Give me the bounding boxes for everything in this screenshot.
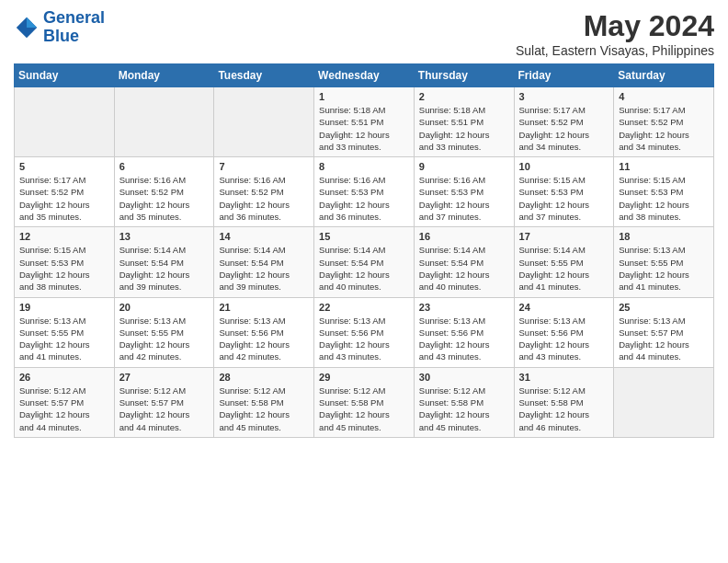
calendar-cell (15, 87, 115, 157)
calendar-cell (114, 87, 214, 157)
day-header-saturday: Saturday (614, 64, 714, 87)
day-header-monday: Monday (114, 64, 214, 87)
title-block: May 2024 Sulat, Eastern Visayas, Philipp… (516, 9, 714, 58)
calendar-cell: 3Sunrise: 5:17 AM Sunset: 5:52 PM Daylig… (514, 87, 614, 157)
day-number: 9 (419, 161, 509, 172)
calendar-cell: 18Sunrise: 5:13 AM Sunset: 5:55 PM Dayli… (614, 227, 714, 297)
cell-content: Sunrise: 5:13 AM Sunset: 5:55 PM Dayligh… (619, 244, 709, 293)
cell-content: Sunrise: 5:13 AM Sunset: 5:55 PM Dayligh… (19, 315, 109, 363)
calendar-cell: 23Sunrise: 5:13 AM Sunset: 5:56 PM Dayli… (414, 297, 514, 367)
calendar-week-row: 12Sunrise: 5:15 AM Sunset: 5:53 PM Dayli… (15, 227, 714, 297)
cell-content: Sunrise: 5:14 AM Sunset: 5:54 PM Dayligh… (119, 244, 210, 293)
day-number: 3 (519, 91, 609, 102)
calendar-cell: 16Sunrise: 5:14 AM Sunset: 5:54 PM Dayli… (414, 227, 514, 297)
cell-content: Sunrise: 5:13 AM Sunset: 5:56 PM Dayligh… (319, 315, 409, 363)
day-number: 8 (319, 161, 409, 172)
day-number: 1 (319, 91, 409, 102)
calendar-cell: 12Sunrise: 5:15 AM Sunset: 5:53 PM Dayli… (15, 227, 115, 297)
calendar-cell: 21Sunrise: 5:13 AM Sunset: 5:56 PM Dayli… (214, 297, 314, 367)
svg-marker-1 (27, 17, 37, 28)
calendar-cell: 30Sunrise: 5:12 AM Sunset: 5:58 PM Dayli… (414, 367, 514, 437)
calendar-cell: 11Sunrise: 5:15 AM Sunset: 5:53 PM Dayli… (614, 157, 714, 227)
day-number: 25 (619, 302, 709, 313)
cell-content: Sunrise: 5:18 AM Sunset: 5:51 PM Dayligh… (319, 104, 409, 153)
day-number: 6 (119, 161, 210, 172)
day-number: 21 (219, 302, 309, 313)
cell-content: Sunrise: 5:16 AM Sunset: 5:52 PM Dayligh… (119, 174, 210, 223)
cell-content: Sunrise: 5:13 AM Sunset: 5:56 PM Dayligh… (419, 315, 509, 363)
cell-content: Sunrise: 5:18 AM Sunset: 5:51 PM Dayligh… (419, 104, 509, 153)
calendar-cell: 20Sunrise: 5:13 AM Sunset: 5:55 PM Dayli… (114, 297, 214, 367)
cell-content: Sunrise: 5:12 AM Sunset: 5:57 PM Dayligh… (119, 385, 210, 433)
calendar-cell: 13Sunrise: 5:14 AM Sunset: 5:54 PM Dayli… (114, 227, 214, 297)
cell-content: Sunrise: 5:13 AM Sunset: 5:56 PM Dayligh… (219, 315, 309, 363)
cell-content: Sunrise: 5:12 AM Sunset: 5:57 PM Dayligh… (19, 385, 109, 433)
logo: General Blue (14, 9, 105, 46)
calendar-cell: 5Sunrise: 5:17 AM Sunset: 5:52 PM Daylig… (15, 157, 115, 227)
cell-content: Sunrise: 5:17 AM Sunset: 5:52 PM Dayligh… (519, 104, 609, 153)
day-number: 20 (119, 302, 210, 313)
day-header-friday: Friday (514, 64, 614, 87)
calendar-week-row: 5Sunrise: 5:17 AM Sunset: 5:52 PM Daylig… (15, 157, 714, 227)
day-number: 22 (319, 302, 409, 313)
day-number: 16 (419, 231, 509, 242)
day-number: 26 (19, 372, 109, 383)
page-header: General Blue May 2024 Sulat, Eastern Vis… (14, 9, 714, 58)
cell-content: Sunrise: 5:12 AM Sunset: 5:58 PM Dayligh… (419, 385, 509, 433)
day-header-tuesday: Tuesday (214, 64, 314, 87)
calendar-cell: 25Sunrise: 5:13 AM Sunset: 5:57 PM Dayli… (614, 297, 714, 367)
cell-content: Sunrise: 5:16 AM Sunset: 5:53 PM Dayligh… (419, 174, 509, 223)
cell-content: Sunrise: 5:15 AM Sunset: 5:53 PM Dayligh… (519, 174, 609, 223)
calendar-week-row: 1Sunrise: 5:18 AM Sunset: 5:51 PM Daylig… (15, 87, 714, 157)
day-number: 28 (219, 372, 309, 383)
calendar-cell: 14Sunrise: 5:14 AM Sunset: 5:54 PM Dayli… (214, 227, 314, 297)
calendar-cell: 15Sunrise: 5:14 AM Sunset: 5:54 PM Dayli… (314, 227, 415, 297)
calendar-cell: 8Sunrise: 5:16 AM Sunset: 5:53 PM Daylig… (314, 157, 415, 227)
calendar-cell: 9Sunrise: 5:16 AM Sunset: 5:53 PM Daylig… (414, 157, 514, 227)
cell-content: Sunrise: 5:16 AM Sunset: 5:53 PM Dayligh… (319, 174, 409, 223)
logo-text: General Blue (43, 9, 105, 46)
calendar-cell: 28Sunrise: 5:12 AM Sunset: 5:58 PM Dayli… (214, 367, 314, 437)
calendar-subtitle: Sulat, Eastern Visayas, Philippines (516, 43, 714, 58)
calendar-cell: 31Sunrise: 5:12 AM Sunset: 5:58 PM Dayli… (514, 367, 614, 437)
calendar-cell: 6Sunrise: 5:16 AM Sunset: 5:52 PM Daylig… (114, 157, 214, 227)
calendar-week-row: 26Sunrise: 5:12 AM Sunset: 5:57 PM Dayli… (15, 367, 714, 437)
day-number: 12 (19, 231, 109, 242)
day-number: 31 (519, 372, 609, 383)
day-number: 4 (619, 91, 709, 102)
day-header-thursday: Thursday (414, 64, 514, 87)
day-number: 30 (419, 372, 509, 383)
cell-content: Sunrise: 5:15 AM Sunset: 5:53 PM Dayligh… (619, 174, 709, 223)
cell-content: Sunrise: 5:16 AM Sunset: 5:52 PM Dayligh… (219, 174, 309, 223)
day-number: 18 (619, 231, 709, 242)
day-number: 24 (519, 302, 609, 313)
calendar-cell: 10Sunrise: 5:15 AM Sunset: 5:53 PM Dayli… (514, 157, 614, 227)
calendar-cell: 29Sunrise: 5:12 AM Sunset: 5:58 PM Dayli… (314, 367, 415, 437)
day-header-wednesday: Wednesday (314, 64, 415, 87)
cell-content: Sunrise: 5:12 AM Sunset: 5:58 PM Dayligh… (319, 385, 409, 433)
logo-icon (14, 15, 40, 40)
logo-line1: General (43, 8, 105, 27)
calendar-cell (214, 87, 314, 157)
day-number: 27 (119, 372, 210, 383)
calendar-cell: 7Sunrise: 5:16 AM Sunset: 5:52 PM Daylig… (214, 157, 314, 227)
cell-content: Sunrise: 5:17 AM Sunset: 5:52 PM Dayligh… (619, 104, 709, 153)
day-number: 7 (219, 161, 309, 172)
calendar-title: May 2024 (516, 9, 714, 43)
cell-content: Sunrise: 5:12 AM Sunset: 5:58 PM Dayligh… (219, 385, 309, 433)
day-number: 17 (519, 231, 609, 242)
day-number: 2 (419, 91, 509, 102)
calendar-cell: 17Sunrise: 5:14 AM Sunset: 5:55 PM Dayli… (514, 227, 614, 297)
day-number: 14 (219, 231, 309, 242)
cell-content: Sunrise: 5:12 AM Sunset: 5:58 PM Dayligh… (519, 385, 609, 433)
calendar-cell: 26Sunrise: 5:12 AM Sunset: 5:57 PM Dayli… (15, 367, 115, 437)
cell-content: Sunrise: 5:14 AM Sunset: 5:54 PM Dayligh… (319, 244, 409, 293)
day-number: 10 (519, 161, 609, 172)
day-number: 15 (319, 231, 409, 242)
calendar-cell: 22Sunrise: 5:13 AM Sunset: 5:56 PM Dayli… (314, 297, 415, 367)
calendar-cell: 19Sunrise: 5:13 AM Sunset: 5:55 PM Dayli… (15, 297, 115, 367)
day-number: 11 (619, 161, 709, 172)
day-number: 29 (319, 372, 409, 383)
day-header-sunday: Sunday (15, 64, 115, 87)
cell-content: Sunrise: 5:13 AM Sunset: 5:56 PM Dayligh… (519, 315, 609, 363)
